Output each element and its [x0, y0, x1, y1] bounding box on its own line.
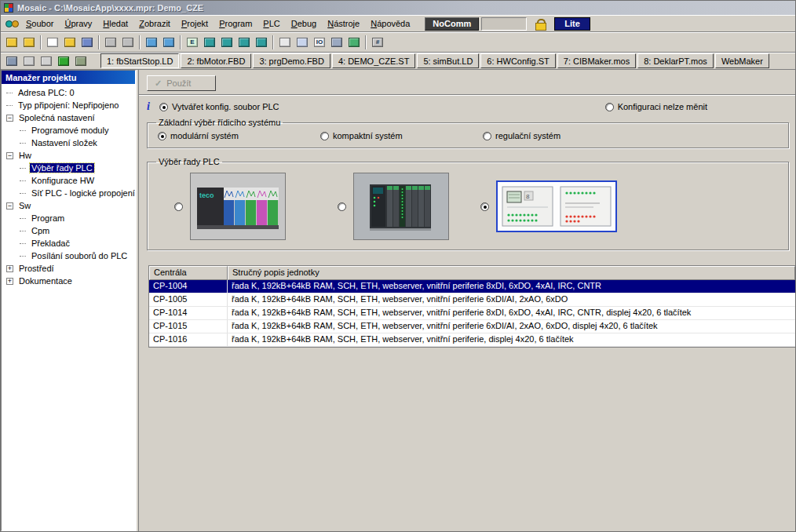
tree-item-programove-moduly[interactable]: Programové moduly — [2, 124, 135, 137]
radio-kompaktni-system[interactable]: kompaktní systém — [320, 131, 483, 140]
tree-item-vyber-rady-plc[interactable]: Výběr řady PLC — [2, 162, 135, 174]
comm-mode-button[interactable]: NoComm — [425, 17, 479, 31]
tree-item-prekladac[interactable]: Překladač — [2, 237, 135, 250]
plc-row-model: CP-1005 — [149, 293, 228, 306]
ladder-editor-icon[interactable] — [218, 35, 236, 50]
file-tab-6-hwconfig-st[interactable]: 6: HWConfig.ST — [480, 53, 555, 68]
collapse-icon[interactable]: − — [6, 202, 13, 210]
file-tab-7-cibmaker-mos[interactable]: 7: CIBMaker.mos — [557, 53, 636, 68]
menu-plc[interactable]: PLC — [257, 16, 285, 31]
iec-editor-icon[interactable]: E — [184, 35, 201, 50]
radio-regulacni-system-control[interactable] — [483, 132, 491, 140]
redo-icon[interactable] — [160, 35, 177, 50]
calculator-icon[interactable] — [328, 35, 345, 50]
radio-create-config-file[interactable]: Vytvářet konfig. soubor PLC — [159, 102, 279, 111]
radio-regulacni-system[interactable]: regulační systém — [483, 131, 645, 140]
print-icon[interactable] — [102, 35, 119, 50]
plc-row-cp-1005[interactable]: CP-1005řada K, 192kB+64kB RAM, SCH, ETH,… — [149, 293, 795, 307]
tree-branch-line — [6, 93, 13, 93]
comm-lock-icon[interactable] — [535, 18, 546, 30]
network-icon[interactable] — [345, 35, 363, 50]
radio-series-tc700[interactable] — [338, 202, 346, 211]
plc-row-cp-1016[interactable]: CP-1016řada K, 192kB+64kB RAM, SCH, ETH,… — [149, 333, 795, 347]
menu-napoveda[interactable]: Nápověda — [365, 16, 415, 31]
menu-soubor[interactable]: Soubor — [20, 16, 59, 31]
editor-window-icon[interactable] — [20, 53, 38, 69]
output-window-icon[interactable] — [38, 53, 55, 69]
tree-item-dokumentace[interactable]: +Dokumentace — [2, 275, 135, 287]
tree-item-label: Program — [30, 213, 66, 223]
radio-series-foxtrot[interactable] — [174, 202, 183, 211]
tree-item-prostredi[interactable]: +Prostředí — [2, 262, 135, 275]
grid-icon[interactable] — [276, 35, 294, 50]
tree-item-sit-plc-logicke-propojeni[interactable]: Síť PLC - logické propojení — [2, 187, 135, 199]
tree-item-program[interactable]: Program — [2, 212, 135, 224]
file-tab-1-fbstartstop-ld[interactable]: 1: fbStartStop.LD — [100, 53, 179, 68]
radio-series-cp10xx[interactable] — [480, 202, 489, 211]
collapse-icon[interactable]: − — [6, 115, 13, 122]
new-project-icon[interactable] — [3, 35, 20, 50]
apply-button[interactable]: ✓ Použít — [147, 75, 216, 91]
menu-nastroje[interactable]: Nástroje — [322, 16, 365, 31]
undo-icon[interactable] — [143, 35, 160, 50]
pou-table-icon[interactable] — [294, 35, 311, 50]
tree-item-spolecna-nastaveni[interactable]: −Společná nastavení — [2, 111, 135, 124]
file-tab-4-demo-cze-st[interactable]: 4: DEMO_CZE.ST — [332, 53, 415, 68]
comm-settings-icon[interactable] — [72, 53, 89, 69]
save-file-icon[interactable] — [79, 35, 96, 50]
instruction-list-editor-icon[interactable] — [201, 35, 218, 50]
expand-icon[interactable]: + — [6, 265, 13, 272]
print-all-icon[interactable] — [119, 35, 137, 50]
plc-series-option-cp10xx[interactable]: 8 — [480, 180, 617, 232]
tree-item-label: Společná nastavení — [17, 113, 97, 122]
tree-item-nastaveni-slozek[interactable]: Nastavení složek — [2, 137, 135, 149]
menu-upravy[interactable]: Úpravy — [59, 16, 97, 31]
radio-modularni-system-control[interactable] — [158, 132, 166, 140]
plc-series-option-foxtrot[interactable]: teco — [174, 173, 286, 240]
tree-item-sw[interactable]: −Sw — [2, 199, 135, 212]
file-tab-2-fbmotor-fbd[interactable]: 2: fbMotor.FBD — [181, 53, 251, 68]
plc-row-cp-1004[interactable]: CP-1004řada K, 192kB+64kB RAM, SCH, ETH,… — [149, 280, 795, 293]
expand-icon[interactable]: + — [6, 278, 13, 285]
tree-item-konfigurace-hw[interactable]: Konfigurace HW — [2, 174, 135, 187]
file-tab-5-simbut-ld[interactable]: 5: simBut.LD — [417, 53, 479, 68]
io-config-icon[interactable]: IO — [311, 35, 328, 50]
file-tab-3-prgdemo-fbd[interactable]: 3: prgDemo.FBD — [253, 53, 330, 68]
tree-item-hw[interactable]: −Hw — [2, 149, 135, 162]
project-tree: Adresa PLC: 0Typ připojení: Nepřipojeno−… — [2, 84, 135, 530]
column-header-centrala[interactable]: Centrála — [149, 266, 228, 280]
radio-create-config-file-control[interactable] — [159, 103, 168, 111]
radio-config-locked[interactable]: Konfiguraci nelze měnit — [605, 102, 707, 111]
collapse-icon[interactable]: − — [6, 152, 13, 159]
tree-item-adresa-plc-0[interactable]: Adresa PLC: 0 — [2, 86, 135, 99]
file-tab-8-deklarpt-mos[interactable]: 8: DeklarPT.mos — [637, 53, 714, 68]
tree-item-cpm[interactable]: Cpm — [2, 224, 135, 237]
menu-program[interactable]: Program — [214, 16, 257, 31]
radio-config-locked-control[interactable] — [605, 103, 614, 111]
plc-series-option-tc700[interactable] — [338, 173, 449, 240]
menu-projekt[interactable]: Projekt — [176, 16, 214, 31]
tree-item-typ-pripojeni-nepripojeno[interactable]: Typ připojení: Nepřipojeno — [2, 99, 135, 111]
radio-modularni-system[interactable]: modulární systém — [158, 131, 320, 140]
new-file-icon[interactable] — [44, 35, 61, 50]
radio-kompaktni-system-control[interactable] — [320, 132, 329, 140]
system-type-group: Základní výběr řídicího systému modulárn… — [147, 118, 789, 148]
refresh-project-icon[interactable] — [55, 53, 72, 69]
toolbar-separator — [365, 35, 367, 49]
plc-tc700-image — [353, 173, 449, 240]
project-manager-window-icon[interactable] — [3, 53, 20, 69]
tree-item-posilani-souboru-do-plc[interactable]: Posílání souborů do PLC — [2, 250, 135, 262]
fbd-editor-icon[interactable] — [236, 35, 253, 50]
radio-config-locked-label: Konfiguraci nelze měnit — [618, 102, 707, 111]
plc-row-cp-1015[interactable]: CP-1015řada K, 192kB+64kB RAM, SCH, ETH,… — [149, 320, 795, 333]
symbol-grid-icon[interactable]: # — [369, 35, 386, 50]
file-tab-webmaker[interactable]: WebMaker — [715, 53, 769, 68]
open-file-icon[interactable] — [61, 35, 79, 50]
menu-hledat[interactable]: Hledat — [97, 16, 133, 31]
open-project-icon[interactable] — [20, 35, 38, 50]
st-editor-icon[interactable] — [253, 35, 270, 50]
menu-debug[interactable]: Debug — [286, 16, 322, 31]
plc-row-cp-1014[interactable]: CP-1014řada K, 192kB+64kB RAM, SCH, ETH,… — [149, 307, 795, 320]
column-header-popis[interactable]: Stručný popis jednotky — [228, 266, 795, 280]
menu-zobrazit[interactable]: Zobrazit — [133, 16, 176, 31]
